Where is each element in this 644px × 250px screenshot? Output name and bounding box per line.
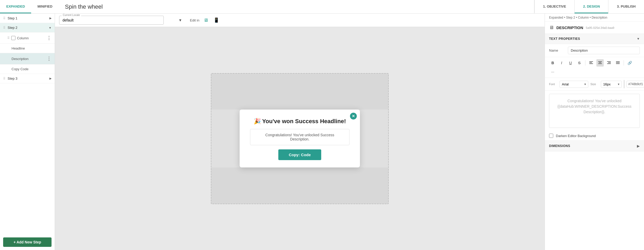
name-row: Name	[545, 44, 644, 57]
align-justify-button[interactable]	[614, 59, 622, 67]
color-swatch[interactable]	[624, 80, 624, 88]
svg-rect-9	[607, 63, 611, 64]
text-properties-section-header[interactable]: TEXT PROPERTIES ▼	[545, 34, 644, 44]
size-select-wrapper: 16px ▼	[601, 81, 622, 88]
sidebar-item-headline-label: Headline	[12, 46, 25, 50]
align-center-button[interactable]	[596, 59, 604, 67]
sidebar-item-copycode-label: Copy Code	[12, 67, 29, 71]
align-left-button[interactable]	[587, 59, 595, 67]
chevron-right-step3-icon: ▶	[49, 77, 52, 80]
font-row: Font Arial ▼ Size 16px ▼ #748b9cf1	[545, 78, 644, 91]
desktop-icon[interactable]: 🖥	[202, 17, 209, 24]
sidebar-item-description[interactable]: Description ⋮	[0, 53, 55, 64]
chevron-right-icon: ▶	[49, 17, 52, 20]
canvas-body: ✕ 🎉 You've won Success Headline! Congrat…	[55, 27, 545, 250]
tab-minified[interactable]: MINIFIED	[31, 0, 59, 13]
canvas-toolbar: Current Locale default ▼ Edit in 🖥 📱	[55, 14, 545, 27]
sidebar-item-step1-label: Step 1	[8, 16, 18, 20]
italic-button[interactable]: I	[558, 59, 565, 67]
tab-design[interactable]: 2. DESIGN	[574, 0, 608, 13]
tab-expanded[interactable]: EXPANDED	[0, 0, 31, 13]
column-icon	[11, 36, 15, 40]
size-label: Size	[590, 83, 599, 86]
svg-rect-8	[608, 62, 611, 63]
drag-handle-step3: ⠿	[3, 77, 5, 80]
locale-select-wrapper: Current Locale default ▼	[59, 16, 185, 25]
add-new-step-button[interactable]: + Add New Step	[3, 237, 52, 247]
modal-card: ✕ 🎉 You've won Success Headline! Congrat…	[240, 110, 360, 167]
mobile-icon[interactable]: 📱	[212, 16, 220, 24]
modal-headline: 🎉 You've won Success Headline!	[254, 118, 346, 125]
panel-component-icon: 🖥	[549, 25, 554, 30]
svg-rect-12	[616, 63, 620, 64]
drag-handle-step1: ⠿	[3, 17, 5, 20]
drag-handle-column: ⠿	[7, 36, 10, 40]
view-tabs: EXPANDED MINIFIED	[0, 0, 59, 13]
darken-editor-label: Darken Editor Background	[556, 134, 596, 138]
darken-editor-checkbox[interactable]	[549, 134, 553, 138]
drag-handle-step2: ⠿	[3, 26, 5, 30]
format-toolbar: B I U S 🔗 ···	[545, 57, 644, 78]
modal-close-button[interactable]: ✕	[350, 113, 357, 119]
darken-editor-row: Darken Editor Background	[545, 131, 644, 141]
panel-header: 🖥 DESCRIPTION 5a95-025d-34a0-baa9	[545, 22, 644, 34]
top-bar: EXPANDED MINIFIED Spin the wheel 1. OBJE…	[0, 0, 644, 14]
format-separator-2	[624, 60, 624, 66]
modal-copy-button[interactable]: Copy: Code	[278, 149, 321, 160]
tab-objective[interactable]: 1. OBJECTIVE	[534, 0, 574, 13]
chevron-down-icon: ▼	[49, 26, 52, 29]
svg-rect-5	[599, 62, 601, 63]
bold-button[interactable]: B	[549, 59, 556, 67]
modal-headline-text: You've won Success Headline!	[262, 118, 346, 124]
canvas-area: Current Locale default ▼ Edit in 🖥 📱 ✕ 🎉	[55, 14, 545, 250]
format-separator-1	[585, 60, 585, 66]
main-content: ⠿ Step 1 ▶ ⠿ Step 2 ▼ ⠿ Column ⋮ Headlin…	[0, 14, 644, 250]
sidebar-item-step2-label: Step 2	[8, 26, 18, 30]
edit-in-label: Edit in	[190, 18, 199, 22]
name-input[interactable]	[568, 47, 640, 54]
locale-label: Current Locale	[62, 14, 81, 17]
font-select-wrapper: Arial ▼	[560, 81, 588, 88]
modal-description-box: Congratulations! You've unlocked Success…	[250, 129, 349, 145]
text-content-area[interactable]: Congratulations! You've unlocked {{dataH…	[549, 94, 640, 128]
svg-rect-1	[589, 62, 592, 63]
svg-rect-11	[616, 62, 620, 63]
sidebar-item-column-label: Column	[17, 36, 29, 40]
canvas-frame: ✕ 🎉 You've won Success Headline! Congrat…	[211, 73, 389, 204]
text-properties-arrow-icon: ▼	[637, 37, 640, 41]
tab-publish[interactable]: 3. PUBLISH	[608, 0, 644, 13]
locale-select[interactable]: default	[59, 16, 164, 25]
dimensions-section-header[interactable]: DIMENSIONS ▶	[545, 141, 644, 151]
modal-description-text: Congratulations! You've unlocked Success…	[265, 133, 334, 141]
svg-rect-7	[607, 61, 611, 62]
underline-button[interactable]: U	[567, 59, 574, 67]
color-hex-value: #748b9cf1	[626, 81, 644, 88]
locale-dropdown-arrow-icon: ▼	[178, 18, 182, 22]
modal-overlay: ✕ 🎉 You've won Success Headline! Congrat…	[211, 110, 388, 167]
sidebar-item-step1[interactable]: ⠿ Step 1 ▶	[0, 14, 55, 23]
right-panel: Expanded • Step 2 • Column • Description…	[545, 14, 644, 250]
dimensions-label: DIMENSIONS	[549, 144, 570, 148]
strikethrough-button[interactable]: S	[576, 59, 583, 67]
sidebar-item-headline[interactable]: Headline	[0, 44, 55, 53]
left-sidebar: ⠿ Step 1 ▶ ⠿ Step 2 ▼ ⠿ Column ⋮ Headlin…	[0, 14, 55, 250]
modal-headline-icon: 🎉	[254, 118, 261, 124]
sidebar-item-description-label: Description	[12, 57, 29, 61]
panel-component-id: 5a95-025d-34a0-baa9	[586, 26, 614, 29]
font-label: Font	[549, 83, 557, 86]
size-select[interactable]: 16px	[601, 81, 622, 88]
more-options-description-icon[interactable]: ⋮	[47, 56, 52, 62]
font-select[interactable]: Arial	[560, 81, 588, 88]
dimensions-arrow-icon: ▶	[637, 144, 640, 148]
more-format-button[interactable]: ···	[549, 68, 556, 75]
sidebar-item-copycode[interactable]: Copy Code	[0, 64, 55, 74]
link-button[interactable]: 🔗	[626, 59, 633, 67]
align-right-button[interactable]	[605, 59, 613, 67]
svg-rect-4	[598, 61, 602, 62]
svg-rect-0	[589, 61, 593, 62]
sidebar-item-step2[interactable]: ⠿ Step 2 ▼	[0, 23, 55, 32]
sidebar-item-column[interactable]: ⠿ Column ⋮	[0, 32, 55, 44]
sidebar-item-step3[interactable]: ⠿ Step 3 ▶	[0, 74, 55, 83]
svg-rect-10	[616, 61, 620, 62]
more-options-icon[interactable]: ⋮	[47, 35, 52, 41]
